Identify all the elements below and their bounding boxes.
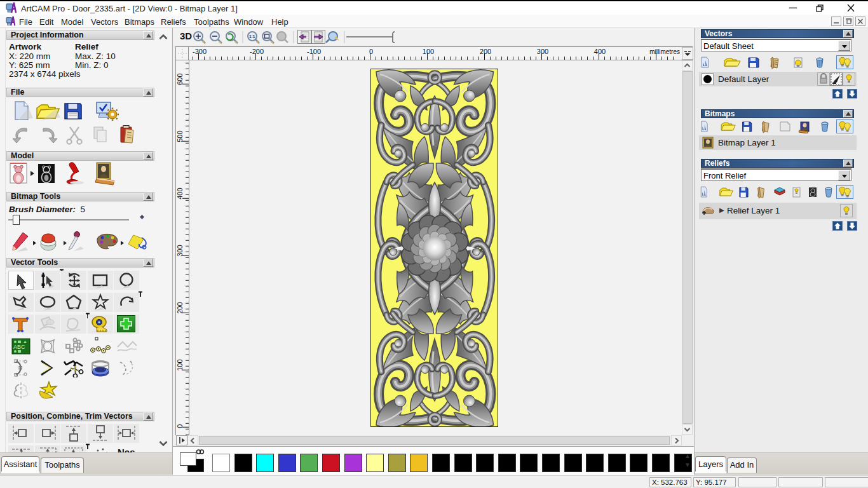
svg-text:-300: -300: [193, 48, 207, 55]
svg-text:-100: -100: [307, 48, 321, 55]
svg-text:-200: -200: [250, 48, 264, 55]
svg-text:1:1: 1:1: [249, 34, 255, 39]
svg-text:ABC: ABC: [13, 344, 25, 350]
svg-text:0: 0: [369, 48, 373, 55]
svg-text:200: 200: [480, 48, 491, 55]
svg-text:millimetres: millimetres: [649, 48, 680, 55]
svg-text:600: 600: [176, 73, 184, 85]
svg-text:400: 400: [594, 48, 606, 55]
svg-text:100: 100: [176, 359, 184, 370]
svg-text:300: 300: [537, 48, 548, 55]
svg-text:500: 500: [176, 130, 184, 142]
svg-text:100: 100: [423, 48, 434, 55]
svg-text:300: 300: [176, 245, 184, 256]
svg-text:0: 0: [176, 424, 184, 428]
svg-text:400: 400: [176, 187, 184, 199]
svg-text:200: 200: [176, 302, 184, 313]
